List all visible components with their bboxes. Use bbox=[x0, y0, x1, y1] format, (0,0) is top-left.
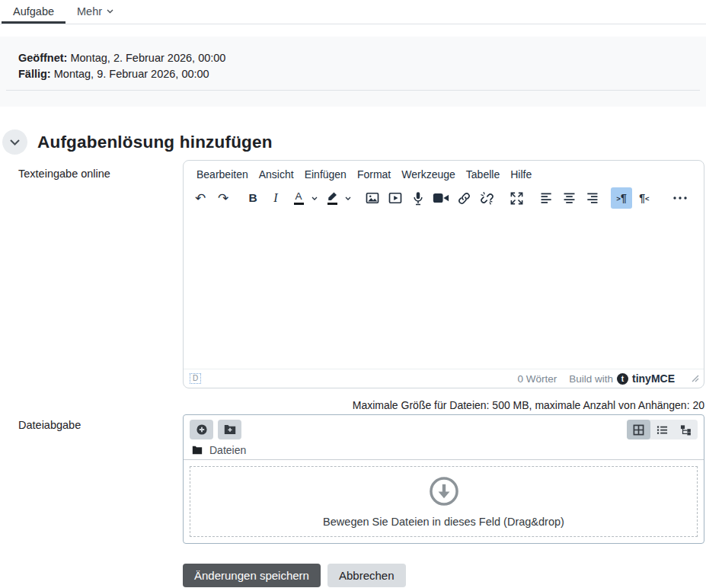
insert-media-button[interactable] bbox=[385, 187, 406, 209]
italic-button[interactable]: I bbox=[265, 187, 286, 209]
folder-icon bbox=[192, 446, 203, 455]
menu-hilfe[interactable]: Hilfe bbox=[505, 165, 537, 184]
highlighter-pen-icon bbox=[327, 191, 337, 205]
tab-navigation: Aufgabe Mehr bbox=[0, 0, 706, 24]
remove-link-button[interactable] bbox=[476, 187, 497, 209]
editor-content-area[interactable] bbox=[184, 213, 704, 369]
online-text-label: Texteingabe online bbox=[0, 160, 183, 180]
menu-ansicht[interactable]: Ansicht bbox=[254, 165, 299, 184]
add-file-button[interactable] bbox=[190, 420, 213, 439]
menu-werkzeuge[interactable]: Werkzeuge bbox=[396, 165, 461, 184]
align-left-icon bbox=[539, 192, 554, 205]
due-label: Fällig: bbox=[18, 68, 51, 80]
breadcrumb: Dateien bbox=[184, 443, 704, 460]
menu-einfuegen[interactable]: Einfügen bbox=[299, 165, 352, 184]
file-manager-toolbar bbox=[184, 415, 704, 443]
breadcrumb-root[interactable]: Dateien bbox=[209, 444, 246, 456]
record-video-button[interactable] bbox=[430, 187, 452, 209]
link-icon bbox=[457, 191, 471, 206]
rtl-direction-button[interactable]: ¶< bbox=[634, 187, 655, 209]
editor-menubar: Bearbeiten Ansicht Einfügen Format Werkz… bbox=[184, 161, 704, 185]
fullscreen-button[interactable] bbox=[506, 187, 527, 209]
view-toggle-group bbox=[627, 420, 698, 439]
more-toolbar-button[interactable] bbox=[669, 187, 691, 209]
create-folder-button[interactable] bbox=[218, 420, 241, 439]
align-right-button[interactable] bbox=[581, 187, 602, 209]
chevron-down-icon bbox=[107, 9, 113, 14]
microphone-icon bbox=[411, 190, 425, 206]
dropzone-text: Bewegen Sie Dateien in dieses Feld (Drag… bbox=[323, 516, 564, 528]
element-path[interactable]: D bbox=[190, 373, 201, 384]
tinymce-editor: Bearbeiten Ansicht Einfügen Format Werkz… bbox=[183, 160, 704, 388]
page-title: Aufgabenlösung hinzufügen bbox=[37, 133, 273, 152]
opened-label: Geöffnet: bbox=[18, 52, 67, 64]
undo-icon: ↶ bbox=[195, 192, 206, 205]
add-file-icon bbox=[196, 423, 208, 436]
chevron-down-icon[interactable] bbox=[343, 187, 353, 209]
opened-date-line: Geöffnet: Montag, 2. Februar 2026, 00:00 bbox=[0, 50, 706, 66]
video-camera-icon bbox=[433, 192, 449, 204]
word-count: 0 Wörter bbox=[517, 373, 557, 385]
tinymce-logo-icon: t bbox=[617, 373, 628, 385]
text-color-icon: A bbox=[294, 191, 304, 205]
image-icon bbox=[365, 190, 380, 206]
editor-statusbar: D 0 Wörter Build with t tinyMCE bbox=[184, 369, 704, 388]
ltr-icon: >¶ bbox=[616, 192, 626, 204]
resize-handle-icon[interactable] bbox=[692, 375, 699, 382]
due-date-line: Fällig: Montag, 9. Februar 2026, 00:00 bbox=[0, 66, 706, 82]
tab-aufgabe-label: Aufgabe bbox=[13, 5, 54, 18]
menu-tabelle[interactable]: Tabelle bbox=[461, 165, 505, 184]
file-dropzone[interactable]: Bewegen Sie Dateien in dieses Feld (Drag… bbox=[190, 466, 698, 537]
chevron-down-icon bbox=[10, 139, 20, 145]
editor-toolbar: ↶ ↷ B I A bbox=[184, 185, 704, 213]
branding: Build with t tinyMCE bbox=[569, 372, 675, 385]
save-button[interactable]: Änderungen speichern bbox=[183, 564, 321, 587]
background-color-button[interactable] bbox=[321, 187, 353, 209]
tab-mehr-label: Mehr bbox=[77, 5, 102, 18]
bold-button[interactable]: B bbox=[242, 187, 264, 209]
media-icon bbox=[388, 190, 403, 206]
align-center-button[interactable] bbox=[558, 187, 580, 209]
folder-plus-icon bbox=[224, 424, 236, 435]
redo-icon: ↷ bbox=[218, 192, 228, 205]
file-limits-text: Maximale Größe für Dateien: 500 MB, maxi… bbox=[183, 398, 704, 413]
italic-icon: I bbox=[273, 191, 277, 205]
tab-aufgabe[interactable]: Aufgabe bbox=[2, 1, 65, 24]
form-actions: Änderungen speichern Abbrechen bbox=[183, 564, 706, 587]
tree-view-icon bbox=[680, 424, 692, 436]
icon-view-button[interactable] bbox=[627, 420, 650, 439]
unlink-icon bbox=[480, 191, 494, 206]
align-left-button[interactable] bbox=[535, 187, 557, 209]
grid-view-icon bbox=[633, 424, 644, 436]
file-submission-row: Dateiabgabe Maximale Größe für Dateien: … bbox=[0, 398, 706, 544]
section-header: Aufgabenlösung hinzufügen bbox=[0, 129, 706, 155]
list-view-button[interactable] bbox=[650, 420, 674, 439]
file-submission-label: Dateiabgabe bbox=[0, 398, 183, 431]
online-text-row: Texteingabe online Bearbeiten Ansicht Ei… bbox=[0, 160, 706, 388]
chevron-down-icon[interactable] bbox=[309, 187, 320, 209]
due-value: Montag, 9. Februar 2026, 00:00 bbox=[54, 68, 209, 80]
undo-button[interactable]: ↶ bbox=[190, 187, 211, 209]
build-with-label: Build with bbox=[569, 373, 613, 385]
tab-mehr[interactable]: Mehr bbox=[65, 1, 125, 24]
insert-image-button[interactable] bbox=[362, 187, 383, 209]
fullscreen-icon bbox=[510, 191, 524, 206]
redo-button[interactable]: ↷ bbox=[212, 187, 234, 209]
menu-bearbeiten[interactable]: Bearbeiten bbox=[191, 165, 254, 184]
bold-icon: B bbox=[248, 191, 257, 205]
insert-link-button[interactable] bbox=[453, 187, 474, 209]
record-audio-button[interactable] bbox=[407, 187, 429, 209]
ellipsis-icon bbox=[673, 197, 687, 200]
menu-format[interactable]: Format bbox=[352, 165, 396, 184]
file-manager: Dateien Bewegen Sie Dateien in dieses Fe… bbox=[183, 414, 704, 544]
ltr-direction-button[interactable]: >¶ bbox=[611, 187, 632, 209]
text-color-button[interactable]: A bbox=[288, 187, 320, 209]
rtl-icon: ¶< bbox=[639, 192, 649, 204]
infobox-divider bbox=[6, 90, 700, 91]
collapse-section-button[interactable] bbox=[2, 129, 27, 155]
list-view-icon bbox=[656, 424, 668, 436]
tree-view-button[interactable] bbox=[674, 420, 698, 439]
cancel-button[interactable]: Abbrechen bbox=[327, 564, 406, 587]
download-arrow-icon bbox=[428, 475, 460, 507]
tinymce-brand: tinyMCE bbox=[632, 372, 675, 385]
